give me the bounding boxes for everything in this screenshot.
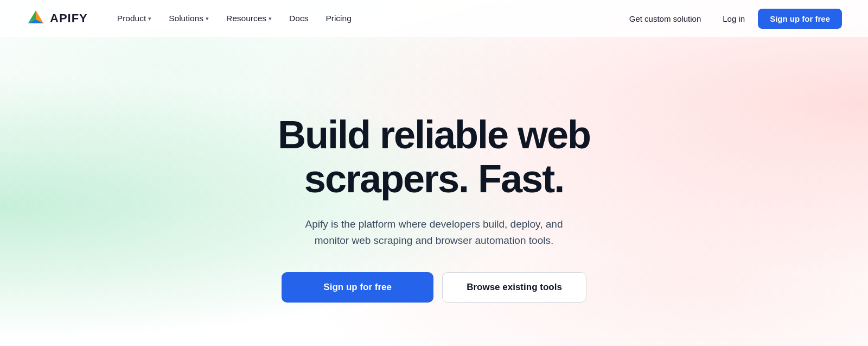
nav-links: Product ▾ Solutions ▾ Resources ▾ Docs P…	[110, 9, 621, 28]
nav-signup-button[interactable]: Sign up for free	[758, 9, 842, 29]
hero-signup-button[interactable]: Sign up for free	[282, 272, 433, 303]
hero-browse-button[interactable]: Browse existing tools	[442, 272, 586, 303]
hero-buttons: Sign up for free Browse existing tools	[282, 272, 586, 303]
nav-right: Get custom solution Log in Sign up for f…	[621, 9, 842, 29]
nav-solutions[interactable]: Solutions ▾	[161, 9, 216, 28]
nav-product[interactable]: Product ▾	[110, 9, 159, 28]
nav-pricing[interactable]: Pricing	[318, 9, 359, 28]
hero-title: Build reliable web scrapers. Fast.	[244, 113, 624, 200]
nav-resources[interactable]: Resources ▾	[219, 9, 279, 28]
chevron-down-icon: ▾	[206, 15, 209, 22]
navbar: APIFY Product ▾ Solutions ▾ Resources ▾ …	[0, 0, 868, 37]
logo-text: APIFY	[50, 11, 88, 26]
logo[interactable]: APIFY	[26, 9, 88, 28]
chevron-down-icon: ▾	[269, 15, 272, 22]
nav-login[interactable]: Log in	[714, 10, 754, 28]
nav-docs[interactable]: Docs	[282, 9, 316, 28]
chevron-down-icon: ▾	[148, 15, 151, 22]
nav-custom-solution[interactable]: Get custom solution	[621, 10, 710, 28]
hero-section: Build reliable web scrapers. Fast. Apify…	[0, 37, 868, 346]
hero-subtitle: Apify is the platform where developers b…	[288, 216, 580, 249]
logo-icon	[26, 9, 46, 28]
